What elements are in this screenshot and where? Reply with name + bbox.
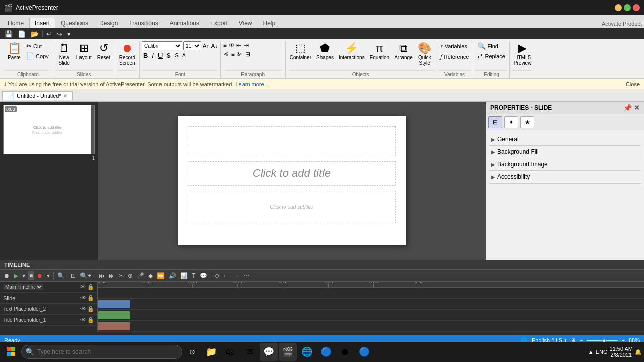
tl-record-red-btn[interactable]: ⏺ xyxy=(35,271,44,280)
tl-record-dropdown-btn[interactable]: ▾ xyxy=(45,271,51,280)
arrange-button[interactable]: ⧉ Arrange xyxy=(392,41,415,62)
taskbar-teams-btn[interactable]: 💬 xyxy=(260,343,278,361)
tl-record-narration-btn[interactable]: 🎤 xyxy=(135,271,146,280)
learn-more-link[interactable]: Learn more... xyxy=(235,81,268,87)
maximize-btn[interactable] xyxy=(624,4,631,11)
slide-thumbnail[interactable]: 0:03 Click to add title Click to add sub… xyxy=(3,105,95,154)
tl-chart-btn[interactable]: 📊 xyxy=(179,271,189,280)
html5-preview-button[interactable]: ▶ HTML5Preview xyxy=(512,41,534,67)
prop-section-accessibility-header[interactable]: ▶ Accessibility xyxy=(489,171,641,183)
tl-zoom-in-btn[interactable]: 🔍+ xyxy=(78,271,93,280)
properties-pin-btn[interactable]: 📌 xyxy=(623,104,632,112)
font-grow-btn[interactable]: A↑ xyxy=(202,42,210,49)
qat-undo-btn[interactable]: ↩ xyxy=(45,30,53,38)
tl-arrow-left-btn[interactable]: ← xyxy=(222,271,231,280)
font-color-btn[interactable]: A xyxy=(181,52,187,59)
increase-indent-btn[interactable]: ⇥ xyxy=(243,41,249,49)
tab-untitled[interactable]: 📄 Untitled - Untitled* ✕ xyxy=(2,91,73,100)
container-button[interactable]: ⬚ Container xyxy=(288,41,313,62)
prop-section-bg-fill-header[interactable]: ▶ Background Fill xyxy=(489,146,641,158)
ribbon-tab-view[interactable]: View xyxy=(233,18,258,28)
equation-button[interactable]: π Equation xyxy=(368,41,391,62)
tab-close-btn[interactable]: ✕ xyxy=(63,93,67,99)
font-family-select[interactable]: Calibri xyxy=(142,41,182,50)
ribbon-tab-help[interactable]: Help xyxy=(258,18,281,28)
taskbar-store-btn[interactable]: 🛍 xyxy=(221,343,239,361)
slide-title-box[interactable]: Click to add title xyxy=(188,161,396,186)
tl-text-btn[interactable]: T xyxy=(190,271,197,280)
main-timeline-lock-btn[interactable]: 🔒 xyxy=(87,284,94,290)
title-ph-bar[interactable] xyxy=(98,322,130,330)
minimize-btn[interactable] xyxy=(615,4,622,11)
align-right-btn[interactable]: ⫸ xyxy=(236,50,244,58)
slide-subtitle-box[interactable]: Click to add subtitle xyxy=(188,191,396,223)
bullets-btn[interactable]: ≡ xyxy=(223,41,227,49)
reset-button[interactable]: ↺ Reset xyxy=(95,41,113,62)
text-ph-track-eye-btn[interactable]: 👁 xyxy=(80,306,86,312)
slide-track-eye-btn[interactable]: 👁 xyxy=(80,295,86,301)
paste-button[interactable]: 📋 Paste xyxy=(5,41,23,62)
interactions-button[interactable]: ⚡ Interactions xyxy=(337,41,367,62)
shapes-button[interactable]: ⬟ Shapes xyxy=(314,41,336,62)
taskbar-obs-btn[interactable]: ⏺ xyxy=(336,343,354,361)
qat-redo-btn[interactable]: ↪ xyxy=(55,30,64,38)
prop-section-bg-image-header[interactable]: ▶ Background Image xyxy=(489,158,641,170)
prop-tab-style[interactable]: ✦ xyxy=(504,116,518,128)
title-ph-track-lock-btn[interactable]: 🔒 xyxy=(87,317,94,323)
qat-new-btn[interactable]: 📄 xyxy=(16,30,27,38)
taskbar-chrome-btn[interactable]: 🔵 xyxy=(317,343,335,361)
align-center-btn[interactable]: ≡ xyxy=(231,50,235,58)
properties-close-btn[interactable]: ✕ xyxy=(634,104,640,112)
tl-play-btn[interactable]: ▶ xyxy=(12,271,20,280)
taskbar-search-input[interactable] xyxy=(37,348,168,355)
taskbar-files-btn[interactable]: 📁 xyxy=(202,343,220,361)
align-left-btn[interactable]: ⫷ xyxy=(223,50,230,58)
prop-tab-star[interactable]: ★ xyxy=(520,116,534,128)
tl-volume-btn[interactable]: 🔊 xyxy=(167,271,178,280)
layout-button[interactable]: ⊞ Layout xyxy=(74,41,94,62)
italic-btn[interactable]: I xyxy=(150,51,155,60)
tl-play-dropdown-btn[interactable]: ▾ xyxy=(21,271,27,280)
tl-marker-btn[interactable]: ◆ xyxy=(147,271,154,280)
slide-canvas[interactable]: Click to add title Click to add subtitle xyxy=(178,116,406,245)
tl-split-btn[interactable]: ✂ xyxy=(117,271,125,280)
decrease-indent-btn[interactable]: ⇤ xyxy=(236,41,242,49)
taskbar-mail-btn[interactable]: ✉ xyxy=(240,343,259,361)
record-screen-button[interactable]: ⏺ RecordScreen xyxy=(117,41,137,67)
new-slide-button[interactable]: 🗒 NewSlide xyxy=(55,41,73,67)
main-timeline-select[interactable]: Main Timeline xyxy=(3,284,43,290)
ribbon-tab-insert[interactable]: Insert xyxy=(29,18,55,28)
tl-zoom-out-btn[interactable]: 🔍- xyxy=(56,271,68,280)
activate-product-link[interactable]: Activate Product xyxy=(602,21,642,27)
title-ph-track-eye-btn[interactable]: 👁 xyxy=(80,317,86,323)
bold-btn[interactable]: B xyxy=(142,51,149,60)
replace-button[interactable]: ⇄ Replace xyxy=(475,51,507,61)
text-ph-bar[interactable] xyxy=(98,311,130,319)
strikethrough-btn[interactable]: S̶ xyxy=(165,52,172,60)
cut-button[interactable]: ✂ Cut xyxy=(24,41,51,51)
tl-join-btn[interactable]: ⊕ xyxy=(126,271,134,280)
tl-zoom-fit-btn[interactable]: ⊡ xyxy=(69,271,77,280)
slide-bar[interactable] xyxy=(98,300,130,308)
tl-more-btn[interactable]: ⋯ xyxy=(242,271,251,280)
numbering-btn[interactable]: ① xyxy=(228,41,235,49)
start-button[interactable] xyxy=(2,343,20,361)
tl-caption-btn[interactable]: 💬 xyxy=(198,271,209,280)
shadow-btn[interactable]: S xyxy=(173,52,180,59)
text-ph-track-lock-btn[interactable]: 🔒 xyxy=(87,306,94,312)
ribbon-tab-home[interactable]: Home xyxy=(2,18,29,28)
tl-record-btn[interactable]: ⏺ xyxy=(2,271,11,280)
font-size-select[interactable]: 11 xyxy=(183,41,201,50)
close-btn[interactable] xyxy=(633,4,640,11)
qat-open-btn[interactable]: 📂 xyxy=(29,30,40,38)
tl-diamond-btn[interactable]: ◇ xyxy=(213,271,221,280)
font-shrink-btn[interactable]: A↓ xyxy=(211,42,218,49)
taskbar-search-box[interactable]: 🔍 xyxy=(21,345,182,359)
justify-btn[interactable]: ⊟ xyxy=(245,50,251,58)
taskbar-chrome2-btn[interactable]: 🔵 xyxy=(355,343,373,361)
ribbon-tab-export[interactable]: Export xyxy=(205,18,233,28)
tl-arrow-right-btn[interactable]: → xyxy=(232,271,241,280)
prop-section-general-header[interactable]: ▶ General xyxy=(489,133,641,145)
slide-track-lock-btn[interactable]: 🔒 xyxy=(87,295,94,301)
tl-stop-btn[interactable]: ■ xyxy=(28,271,34,280)
